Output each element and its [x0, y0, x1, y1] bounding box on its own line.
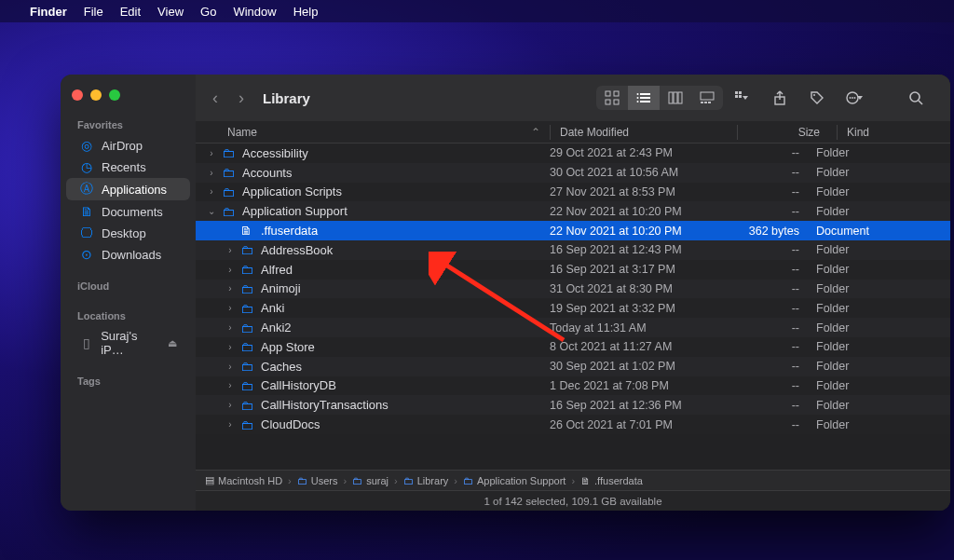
- menu-edit[interactable]: Edit: [120, 5, 141, 19]
- file-name: Anki: [261, 301, 284, 315]
- menu-help[interactable]: Help: [293, 5, 319, 19]
- path-seg[interactable]: Application Support: [477, 475, 566, 486]
- minimize-button[interactable]: [90, 89, 102, 101]
- sidebar-item-applications[interactable]: ⒶApplications: [66, 178, 190, 200]
- path-bar[interactable]: ▤Macintosh HD› 🗀Users› 🗀suraj› 🗀Library›…: [196, 470, 950, 490]
- disclosure-triangle-icon[interactable]: ›: [225, 265, 235, 275]
- view-list-button[interactable]: [628, 86, 660, 110]
- file-kind: Folder: [816, 185, 950, 198]
- file-row[interactable]: ›🗀App Store8 Oct 2021 at 11:27 AM--Folde…: [196, 337, 950, 357]
- svg-rect-13: [701, 92, 714, 100]
- file-date: 16 Sep 2021 at 12:36 PM: [550, 399, 727, 412]
- sidebar-item-recents[interactable]: ◷Recents: [66, 157, 190, 177]
- action-menu-button[interactable]: [840, 86, 868, 110]
- column-headers: Name⌃ Date Modified Size Kind: [196, 121, 950, 143]
- file-row[interactable]: ›🗀Alfred16 Sep 2021 at 3:17 PM--Folder: [196, 260, 950, 280]
- sidebar-item-desktop[interactable]: 🖵Desktop: [66, 223, 190, 243]
- path-seg[interactable]: suraj: [366, 475, 388, 486]
- file-date: 26 Oct 2021 at 7:01 PM: [550, 418, 727, 431]
- disclosure-triangle-icon[interactable]: ›: [207, 186, 216, 197]
- file-row[interactable]: ›🗀CallHistoryDB1 Dec 2021 at 7:08 PM--Fo…: [196, 376, 950, 396]
- disclosure-triangle-icon[interactable]: ›: [207, 148, 216, 158]
- file-date: 19 Sep 2021 at 3:32 PM: [550, 302, 727, 315]
- disclosure-triangle-icon[interactable]: ⌄: [207, 206, 216, 216]
- maximize-button[interactable]: [109, 89, 120, 101]
- device-icon: ▯: [79, 335, 93, 350]
- folder-icon: 🗀: [240, 281, 255, 296]
- file-row[interactable]: ›🗀CallHistoryTransactions16 Sep 2021 at …: [196, 395, 950, 415]
- file-row[interactable]: 🗎.ffuserdata22 Nov 2021 at 10:20 PM362 b…: [196, 221, 950, 240]
- documents-icon: 🗎: [79, 204, 94, 219]
- file-date: 30 Sep 2021 at 1:02 PM: [550, 360, 727, 373]
- file-row[interactable]: ›🗀Anki2Today at 11:31 AM--Folder: [196, 318, 950, 337]
- traffic-lights: [61, 84, 196, 112]
- disclosure-triangle-icon[interactable]: ›: [207, 168, 216, 178]
- sidebar-item-device[interactable]: ▯Suraj's iP…⏏: [66, 326, 190, 360]
- svg-point-7: [637, 93, 639, 95]
- file-row[interactable]: ›🗀Caches30 Sep 2021 at 1:02 PM--Folder: [196, 357, 950, 376]
- column-size[interactable]: Size: [747, 126, 837, 139]
- disclosure-triangle-icon[interactable]: ›: [225, 322, 235, 333]
- sidebar-section-locations: Locations: [61, 307, 196, 325]
- menu-window[interactable]: Window: [233, 5, 276, 19]
- file-row[interactable]: ›🗀Accounts30 Oct 2021 at 10:56 AM--Folde…: [196, 163, 950, 183]
- menu-go[interactable]: Go: [200, 5, 216, 19]
- folder-icon: 🗀: [222, 145, 237, 160]
- folder-icon: 🗀: [240, 321, 255, 335]
- status-text: 1 of 142 selected, 109.1 GB available: [484, 496, 661, 507]
- disclosure-triangle-icon[interactable]: ›: [225, 342, 235, 352]
- path-seg[interactable]: Macintosh HD: [218, 475, 282, 486]
- sidebar-item-label: Desktop: [102, 226, 146, 240]
- folder-icon: 🗀: [240, 301, 255, 316]
- menu-view[interactable]: View: [157, 5, 184, 19]
- svg-point-22: [813, 94, 815, 96]
- sidebar-item-downloads[interactable]: ⊙Downloads: [66, 244, 190, 265]
- disclosure-triangle-icon[interactable]: ›: [225, 303, 235, 313]
- path-seg[interactable]: Library: [417, 475, 449, 486]
- column-kind[interactable]: Kind: [847, 126, 950, 139]
- view-columns-button[interactable]: [660, 86, 691, 110]
- app-name[interactable]: Finder: [30, 5, 67, 19]
- column-date[interactable]: Date Modified: [560, 126, 737, 139]
- view-gallery-button[interactable]: [691, 86, 723, 110]
- svg-point-8: [637, 97, 639, 99]
- desktop-icon: 🖵: [79, 225, 94, 240]
- search-button[interactable]: [902, 86, 930, 110]
- disclosure-triangle-icon[interactable]: ›: [225, 362, 235, 372]
- file-kind: Folder: [816, 399, 950, 412]
- tags-button[interactable]: [803, 86, 831, 110]
- file-size: 362 bytes: [727, 225, 816, 238]
- column-name[interactable]: Name⌃: [196, 126, 550, 139]
- disclosure-triangle-icon[interactable]: ›: [225, 400, 235, 410]
- file-list[interactable]: ›🗀Accessibility29 Oct 2021 at 2:43 PM--F…: [196, 143, 950, 470]
- sidebar-item-airdrop[interactable]: ◎AirDrop: [66, 135, 190, 156]
- sidebar-item-documents[interactable]: 🗎Documents: [66, 201, 190, 222]
- disclosure-triangle-icon[interactable]: ›: [225, 283, 235, 294]
- file-row[interactable]: ›🗀CloudDocs26 Oct 2021 at 7:01 PM--Folde…: [196, 415, 950, 434]
- view-icons-button[interactable]: [596, 86, 628, 110]
- eject-icon[interactable]: ⏏: [168, 337, 177, 349]
- group-by-button[interactable]: [729, 86, 756, 110]
- close-button[interactable]: [72, 89, 83, 101]
- file-size: --: [727, 205, 816, 218]
- back-button[interactable]: ‹: [212, 89, 218, 108]
- file-row[interactable]: ›🗀Accessibility29 Oct 2021 at 2:43 PM--F…: [196, 143, 950, 163]
- file-row[interactable]: ›🗀Animoji31 Oct 2021 at 8:30 PM--Folder: [196, 280, 950, 299]
- file-name: Application Support: [242, 204, 348, 218]
- disclosure-triangle-icon[interactable]: ›: [225, 380, 235, 390]
- document-icon: 🗎: [240, 224, 255, 238]
- share-button[interactable]: [766, 86, 794, 110]
- forward-button[interactable]: ›: [238, 89, 244, 108]
- menubar[interactable]: Finder File Edit View Go Window Help: [0, 0, 954, 22]
- menu-file[interactable]: File: [84, 5, 103, 19]
- file-name: App Store: [261, 340, 315, 354]
- folder-icon: 🗀: [240, 359, 255, 374]
- file-row[interactable]: ⌄🗀Application Support22 Nov 2021 at 10:2…: [196, 201, 950, 221]
- disclosure-triangle-icon[interactable]: ›: [225, 419, 235, 430]
- path-seg[interactable]: Users: [311, 475, 338, 486]
- disclosure-triangle-icon[interactable]: ›: [225, 245, 235, 255]
- file-row[interactable]: ›🗀AddressBook16 Sep 2021 at 12:43 PM--Fo…: [196, 240, 950, 260]
- file-row[interactable]: ›🗀Anki19 Sep 2021 at 3:32 PM--Folder: [196, 298, 950, 318]
- path-seg[interactable]: .ffuserdata: [594, 475, 643, 486]
- file-row[interactable]: ›🗀Application Scripts27 Nov 2021 at 8:53…: [196, 183, 950, 202]
